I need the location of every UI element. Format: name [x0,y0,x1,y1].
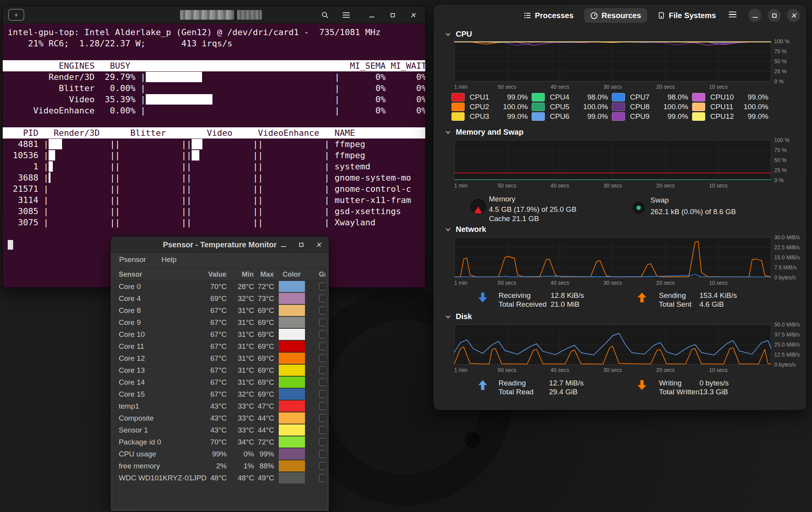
column-header-color[interactable]: Color [274,269,310,280]
color-swatch[interactable] [279,353,305,364]
graph-checkbox[interactable] [319,426,326,434]
network-section-header[interactable]: Network [445,225,486,234]
cell: 69°C [254,342,274,351]
color-swatch[interactable] [279,472,305,483]
cell: Core 9 [114,318,207,327]
close-icon[interactable]: ✕ [313,239,324,250]
graph-checkbox[interactable] [319,390,326,398]
sensor-row[interactable]: Core 070°C28°C72°C [114,281,325,292]
tab-file-systems[interactable]: File Systems [652,8,722,23]
sensor-row[interactable]: Core 867°C31°C69°C [114,304,325,316]
column-header-min[interactable]: Min [227,269,254,280]
graph-checkbox[interactable] [319,462,326,470]
new-tab-button[interactable]: + [8,9,24,21]
color-swatch[interactable] [279,400,305,412]
sensor-row[interactable]: CPU usage99%0%99% [114,448,325,460]
sensor-row[interactable]: Core 967°C31°C69°C [114,316,325,328]
cell: CPU usage [114,450,207,458]
column-header-value[interactable]: Value [207,269,227,280]
color-swatch[interactable] [279,448,305,460]
minimize-icon[interactable] [366,9,377,21]
maximize-icon[interactable] [387,9,398,21]
menu-help[interactable]: Help [162,255,177,264]
sensor-row[interactable]: free memory2%1%88% [114,460,325,472]
color-swatch[interactable] [279,329,305,340]
column-header-max[interactable]: Max [254,269,274,280]
graph-checkbox[interactable] [319,378,326,386]
menu-psensor[interactable]: Psensor [119,255,146,264]
sensor-row[interactable]: Core 469°C32°C73°C [114,292,325,304]
color-swatch[interactable] [279,281,305,292]
terminal-table-header: PID Render/3D Blitter Video VideoEnhance… [3,127,425,139]
terminal-titlebar[interactable]: + ✕ [3,6,425,24]
color-swatch[interactable] [279,377,305,388]
color-swatch[interactable] [279,412,305,424]
sensor-row[interactable]: Core 1267°C31°C69°C [114,352,325,364]
terminal-line: 21% RC6; 1.28/22.37 W; 413 irqs/s [3,38,425,49]
graph-checkbox[interactable] [319,306,326,314]
color-swatch[interactable] [279,365,305,376]
sensor-row[interactable]: Core 1567°C32°C69°C [114,388,325,400]
sensor-row[interactable]: Sensor 143°C33°C44°C [114,424,325,436]
color-swatch[interactable] [279,305,305,316]
desktop: + ✕ intel-gpu-top: Intel Alderl [0,0,812,512]
color-swatch[interactable] [279,389,305,400]
minimize-icon[interactable] [278,239,289,250]
sensor-row[interactable]: Core 1467°C31°C69°C [114,376,325,388]
color-swatch[interactable] [279,317,305,328]
psensor-titlebar[interactable]: Psensor - Temperature Monitor ✕ [111,237,329,253]
maximize-icon[interactable] [295,239,307,250]
graph-checkbox[interactable] [319,354,326,362]
graph-checkbox[interactable] [319,342,326,350]
sensor-table[interactable]: SensorValueMinMaxColorGraphCore 070°C28°… [114,268,326,507]
menu-icon[interactable] [729,12,736,17]
legend-value: 99.0% [667,112,688,121]
sensor-row[interactable]: Composite43°C33°C44°C [114,412,325,424]
sensor-row[interactable]: Core 1167°C31°C69°C [114,340,325,352]
color-swatch[interactable] [279,436,305,448]
column-header-sensor[interactable]: Sensor [114,269,207,280]
color-swatch[interactable] [279,341,305,352]
close-icon[interactable]: ✕ [407,9,419,21]
graph-checkbox[interactable] [319,474,326,482]
graph-checkbox[interactable] [319,402,326,410]
axis-label: 0 % [774,177,783,183]
busy-bar [146,94,212,105]
memory-section-header[interactable]: Memory and Swap [445,128,524,137]
graph-checkbox[interactable] [319,414,326,422]
graph-checkbox[interactable] [319,318,326,326]
tab-resources[interactable]: Resources [584,8,647,23]
close-button[interactable]: ✕ [787,9,800,22]
sensor-row[interactable]: temp143°C33°C47°C [114,400,325,412]
sensor-row[interactable]: Package id 070°C34°C72°C [114,436,325,448]
color-swatch[interactable] [279,293,305,304]
system-monitor-headerbar[interactable]: Processes Resources File Systems [433,4,807,27]
search-icon[interactable] [319,9,331,21]
cell: 69°C [254,330,274,339]
color-swatch[interactable] [279,460,305,471]
terminal-line: Blitter 0.00% | | 0% 0% [3,83,425,94]
cell: Core 11 [114,342,207,351]
read-arrow-icon [476,379,489,392]
maximize-button[interactable] [768,9,781,22]
minimize-button[interactable] [748,9,761,22]
color-swatch[interactable] [279,424,305,436]
column-header-graph[interactable]: Graph [310,269,326,280]
graph-checkbox[interactable] [319,330,326,338]
menu-icon[interactable] [340,9,352,21]
graph-checkbox[interactable] [319,282,326,291]
graph-checkbox[interactable] [319,294,326,302]
graph-checkbox[interactable] [319,450,326,458]
network-x-axis: 1 min50 secs40 secs30 secs20 secs10 secs [454,280,771,287]
axis-label: 20 secs [656,367,675,373]
sensor-row[interactable]: Core 1367°C31°C69°C [114,364,325,376]
terminal-line: Video 35.39% | | 0% 0% [3,94,425,105]
graph-checkbox[interactable] [319,438,326,446]
cpu-section-header[interactable]: CPU [445,30,472,39]
graph-checkbox[interactable] [319,366,326,374]
disk-section-header[interactable]: Disk [445,312,472,321]
sensor-row[interactable]: WDC WD101KRYZ-01JPDB048°C48°C49°C [114,472,325,484]
tab-processes[interactable]: Processes [518,8,580,23]
sensor-row[interactable]: Core 1067°C31°C69°C [114,328,325,340]
axis-label: 50 secs [498,84,516,90]
